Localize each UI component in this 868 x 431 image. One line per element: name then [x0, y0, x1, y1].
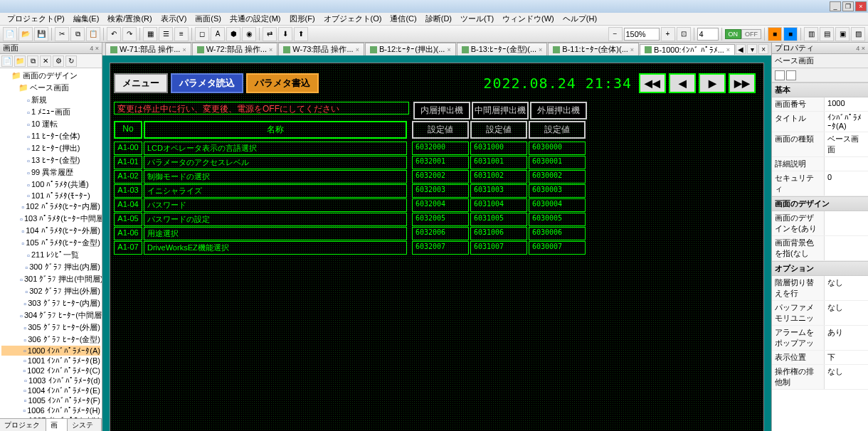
- hmi-nav-button[interactable]: ▶▶: [729, 73, 756, 93]
- tree-delete-icon[interactable]: ✕: [40, 55, 51, 67]
- hmi-nav-button[interactable]: ▶: [699, 73, 726, 93]
- tb-fit-icon[interactable]: ⊡: [677, 27, 691, 41]
- tree-refresh-icon[interactable]: ↻: [65, 55, 77, 67]
- hmi-nav-button[interactable]: ◀◀: [639, 73, 666, 93]
- tree-newfolder-icon[interactable]: 📁: [14, 55, 26, 67]
- cell-val-inner[interactable]: 6032006: [412, 227, 469, 240]
- tree-node[interactable]: ▫1005 ｲﾝﾊﾞﾊﾟﾗﾒｰﾀ(F): [1, 395, 100, 405]
- coord-input[interactable]: [697, 28, 719, 41]
- tb-color1-icon[interactable]: ■: [768, 27, 782, 41]
- prop-section-header[interactable]: オプション: [772, 261, 868, 276]
- bottom-tab[interactable]: 画面: [46, 419, 68, 431]
- cell-val-inner[interactable]: 6032007: [412, 241, 469, 255]
- hmi-param-read-button[interactable]: パラメタ読込: [171, 73, 243, 93]
- cell-val-mid[interactable]: 6031007: [470, 241, 527, 255]
- hmi-data-row[interactable]: A1-00 LCDオペレータ表示の言語選択 6032000 6031000 60…: [114, 142, 760, 155]
- on-off-toggle[interactable]: ONOFF: [725, 29, 762, 39]
- tb-copy-icon[interactable]: ⧉: [70, 27, 85, 41]
- tree-node[interactable]: ▫1000 ｲﾝﾊﾞﾊﾟﾗﾒｰﾀ(A): [1, 346, 100, 356]
- tree-node[interactable]: ▫304 ｸﾞﾗﾌ ﾋｰﾀｰ(中間層): [1, 309, 100, 321]
- cell-val-inner[interactable]: 6032000: [412, 142, 469, 155]
- tb-text-icon[interactable]: A: [211, 27, 225, 41]
- prop-view-icon[interactable]: [775, 70, 785, 80]
- prop-row[interactable]: 詳細説明: [772, 157, 868, 171]
- tree-new-icon[interactable]: 📄: [1, 55, 13, 67]
- cell-val-inner[interactable]: 6032001: [412, 156, 469, 169]
- menu-item[interactable]: ツール(T): [456, 12, 498, 26]
- cell-val-mid[interactable]: 6031001: [470, 156, 527, 169]
- prop-row[interactable]: 表示位置下: [772, 351, 868, 365]
- bottom-tab[interactable]: システム: [68, 419, 102, 431]
- menu-item[interactable]: 表示(V): [157, 12, 191, 26]
- prop-value[interactable]: [825, 211, 868, 235]
- prop-value[interactable]: 1000: [825, 97, 868, 111]
- tb-upload-icon[interactable]: ⬆: [294, 27, 308, 41]
- tb-grid-icon[interactable]: ▦: [143, 27, 157, 41]
- tb-download-icon[interactable]: ⬇: [278, 27, 292, 41]
- hmi-param-write-button[interactable]: パラメタ書込: [246, 73, 319, 93]
- tree-node[interactable]: ▫105 ﾊﾟﾗﾒﾀ(ﾋｰﾀｰ金型): [1, 237, 100, 249]
- tab-close-x-icon[interactable]: ×: [447, 46, 450, 53]
- prop-value[interactable]: なし: [825, 301, 868, 325]
- prop-value[interactable]: ｲﾝﾊﾞﾊﾟﾗﾒｰﾀ(A): [825, 112, 868, 132]
- cell-val-inner[interactable]: 6032003: [412, 184, 469, 198]
- prop-row[interactable]: 画面番号1000: [772, 97, 868, 112]
- tree-node[interactable]: ▫11 ﾋｰﾀｰ(全体): [1, 130, 100, 142]
- cell-val-mid[interactable]: 6031003: [470, 184, 527, 198]
- prop-row[interactable]: セキュリティ0: [772, 171, 868, 196]
- menu-item[interactable]: 共通の設定(M): [226, 12, 285, 26]
- tb-layers-icon[interactable]: ☰: [159, 27, 173, 41]
- tree-node[interactable]: ▫10 運転: [1, 118, 100, 130]
- tb-zoom-out-icon[interactable]: −: [608, 27, 623, 41]
- tree-node[interactable]: ▫1001 ｲﾝﾊﾞﾊﾟﾗﾒｰﾀ(B): [1, 356, 100, 366]
- hmi-data-row[interactable]: A1-06 用途選択 6032006 6031006 6030006: [114, 227, 760, 240]
- tree-node[interactable]: ▫305 ｸﾞﾗﾌ ﾋｰﾀｰ(外層): [1, 321, 100, 334]
- cell-val-outer[interactable]: 6030002: [529, 170, 586, 183]
- tab-close-x-icon[interactable]: ×: [356, 46, 359, 53]
- cell-val-inner[interactable]: 6032005: [412, 213, 469, 226]
- tab-close-x-icon[interactable]: ×: [539, 46, 542, 53]
- tree-node[interactable]: ▫303 ｸﾞﾗﾌ ﾋｰﾀｰ(内層): [1, 297, 100, 309]
- prop-panel-close-icon[interactable]: 4 ×: [856, 45, 865, 52]
- tree-prop-icon[interactable]: ⚙: [53, 55, 64, 67]
- prop-row[interactable]: パッファメモリユニッなし: [772, 301, 868, 326]
- menu-item[interactable]: ヘルプ(H): [559, 12, 601, 26]
- tab-scroll-left-icon[interactable]: ◀: [736, 44, 746, 54]
- document-tab[interactable]: W-73:部品 操作...×: [278, 43, 364, 55]
- window-maximize[interactable]: ❐: [842, 1, 854, 11]
- tb-panel2-icon[interactable]: ▤: [820, 27, 834, 41]
- bottom-tab[interactable]: プロジェクト: [0, 419, 46, 431]
- tb-shape-icon[interactable]: ◻: [195, 27, 209, 41]
- prop-row[interactable]: 階層切り替えを行なし: [772, 276, 868, 301]
- hmi-data-row[interactable]: A1-02 制御モードの選択 6032002 6031002 6030002: [114, 170, 760, 183]
- document-tab[interactable]: B-12:ﾋｰﾀｰ(押出)(...×: [365, 43, 456, 55]
- cell-val-outer[interactable]: 6030007: [529, 241, 586, 255]
- cell-val-inner[interactable]: 6032002: [412, 170, 469, 183]
- tb-panel1-icon[interactable]: ▥: [804, 27, 818, 41]
- tree-node[interactable]: ▫102 ﾊﾟﾗﾒﾀ(ﾋｰﾀｰ内層): [1, 201, 100, 213]
- tb-undo-icon[interactable]: ↶: [107, 27, 121, 41]
- menu-item[interactable]: 画面(S): [191, 12, 226, 26]
- tree-node[interactable]: ▫100 ﾊﾟﾗﾒﾀ(共通): [1, 179, 100, 191]
- cell-val-inner[interactable]: 6032004: [412, 198, 469, 212]
- tree-node[interactable]: 📁ベース画面: [1, 82, 100, 94]
- tb-new-icon[interactable]: 📄: [3, 27, 17, 41]
- cell-val-outer[interactable]: 6030004: [529, 198, 586, 212]
- hmi-data-row[interactable]: A1-07 DriveWorksEZ機能選択 6032007 6031007 6…: [114, 241, 760, 255]
- prop-row[interactable]: 操作権の排他制なし: [772, 365, 868, 390]
- prop-value[interactable]: 下: [825, 351, 868, 364]
- menu-item[interactable]: 図形(F): [285, 12, 319, 26]
- tb-panel4-icon[interactable]: ▨: [851, 27, 865, 41]
- panel-close-icon[interactable]: 4 ×: [90, 45, 99, 52]
- menu-item[interactable]: ウィンドウ(W): [498, 12, 559, 26]
- tab-close-x-icon[interactable]: ×: [630, 46, 634, 53]
- document-tab[interactable]: B-11:ﾋｰﾀｰ(全体)(...×: [548, 43, 639, 55]
- prop-row[interactable]: 画面のデザインを(あり: [772, 211, 868, 236]
- tb-save-icon[interactable]: 💾: [34, 27, 48, 41]
- tb-cut-icon[interactable]: ✂: [55, 27, 69, 41]
- tab-close-x-icon[interactable]: ×: [269, 46, 272, 53]
- prop-section-header[interactable]: 画面のデザイン: [772, 196, 868, 211]
- prop-value[interactable]: なし: [825, 276, 868, 300]
- tree-node[interactable]: ▫302 ｸﾞﾗﾌ 押出(外層): [1, 285, 100, 297]
- tree-node[interactable]: ▫1006 ｲﾝﾊﾞﾊﾟﾗﾒｰﾀ(H): [1, 405, 100, 415]
